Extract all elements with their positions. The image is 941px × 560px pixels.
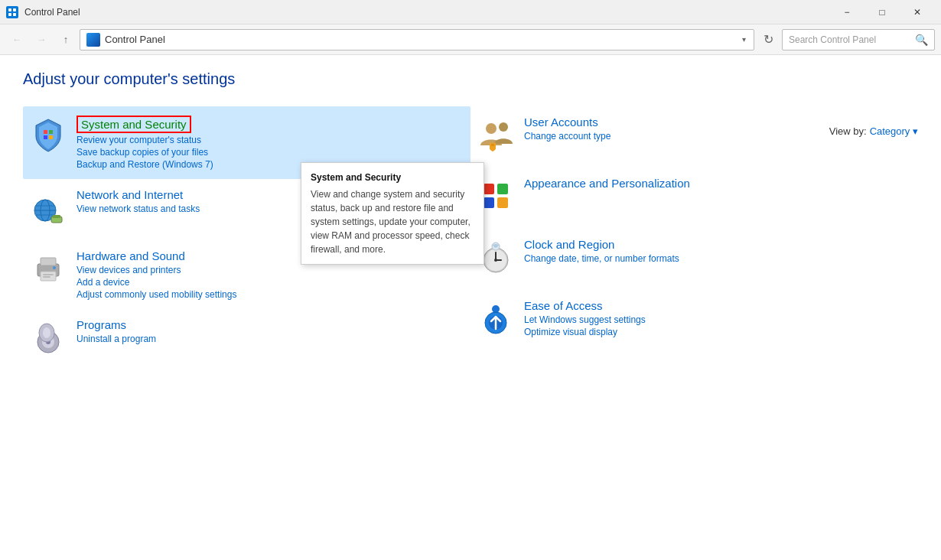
svg-rect-14 [53, 215, 60, 218]
svg-rect-16 [41, 258, 56, 265]
svg-rect-3 [13, 13, 16, 16]
titlebar-left: Control Panel [6, 6, 80, 18]
link-review-status[interactable]: Review your computer's status [77, 135, 464, 145]
svg-rect-19 [43, 276, 50, 278]
svg-point-25 [43, 327, 50, 338]
svg-rect-7 [49, 135, 53, 139]
network-title[interactable]: Network and Internet [77, 188, 183, 201]
hardware-icon [29, 249, 67, 288]
svg-point-27 [499, 122, 508, 132]
appearance-title[interactable]: Appearance and Personalization [524, 177, 690, 190]
cp-icon [86, 33, 100, 47]
svg-point-26 [486, 123, 497, 134]
titlebar: Control Panel − □ ✕ [0, 0, 941, 24]
user-accounts-icon [477, 116, 515, 154]
programs-icon [29, 318, 67, 357]
svg-point-37 [494, 259, 497, 262]
link-date-time[interactable]: Change date, time, or number formats [524, 253, 912, 264]
hardware-title[interactable]: Hardware and Sound [77, 249, 185, 262]
svg-rect-29 [484, 184, 494, 194]
clock-title[interactable]: Clock and Region [524, 238, 614, 251]
svg-rect-4 [44, 130, 47, 134]
link-add-device[interactable]: Add a device [77, 277, 464, 288]
link-save-backup[interactable]: Save backup copies of your files [77, 147, 464, 158]
addressbar: ← → ↑ Control Panel ▾ ↻ Search Control P… [0, 24, 941, 55]
link-change-account-type[interactable]: Change account type [524, 131, 912, 142]
main-content: Adjust your computer's settings View by:… [0, 55, 941, 560]
link-mobility-settings[interactable]: Adjust commonly used mobility settings [77, 289, 464, 300]
appearance-content: Appearance and Personalization [524, 177, 912, 190]
minimize-button[interactable]: − [829, 0, 864, 24]
svg-rect-31 [484, 197, 494, 208]
close-button[interactable]: ✕ [900, 0, 935, 24]
system-security-icon [29, 116, 67, 154]
maximize-button[interactable]: □ [864, 0, 900, 24]
category-ease: Ease of Access Let Windows suggest setti… [470, 290, 918, 351]
forward-button[interactable]: → [31, 29, 52, 50]
user-accounts-content: User Accounts Change account type [524, 116, 912, 142]
category-user-accounts: User Accounts Change account type [470, 106, 918, 168]
link-uninstall[interactable]: Uninstall a program [77, 334, 464, 344]
up-button[interactable]: ↑ [55, 29, 77, 50]
programs-title[interactable]: Programs [77, 318, 126, 331]
refresh-button[interactable]: ↻ [757, 29, 779, 50]
ease-content: Ease of Access Let Windows suggest setti… [524, 299, 912, 337]
tooltip: System and Security View and change syst… [301, 162, 484, 265]
page-title: Adjust your computer's settings [23, 70, 918, 88]
search-placeholder: Search Control Panel [789, 34, 876, 45]
link-devices-printers[interactable]: View devices and printers [77, 265, 464, 275]
tooltip-body: View and change system and security stat… [311, 187, 474, 256]
svg-rect-0 [8, 8, 11, 11]
svg-point-20 [53, 266, 56, 269]
window-controls: − □ ✕ [829, 0, 935, 24]
link-windows-suggest[interactable]: Let Windows suggest settings [524, 314, 912, 325]
breadcrumb-text: Control Panel [105, 34, 741, 45]
window-title: Control Panel [24, 7, 80, 18]
address-dropdown[interactable]: ▾ [741, 34, 747, 45]
programs-content: Programs Uninstall a program [77, 318, 464, 344]
back-button[interactable]: ← [6, 29, 28, 50]
search-icon: 🔍 [915, 34, 928, 46]
svg-rect-6 [44, 135, 47, 139]
clock-content: Clock and Region Change date, time, or n… [524, 238, 912, 264]
svg-rect-32 [497, 197, 508, 208]
svg-rect-2 [8, 13, 11, 16]
search-box[interactable]: Search Control Panel 🔍 [782, 29, 935, 50]
link-optimize-display[interactable]: Optimize visual display [524, 327, 912, 337]
address-box[interactable]: Control Panel ▾ [80, 29, 754, 50]
category-appearance: Appearance and Personalization [470, 168, 918, 229]
tooltip-title: System and Security [311, 171, 474, 184]
network-icon [29, 188, 67, 226]
system-security-title[interactable]: System and Security [77, 116, 191, 133]
svg-rect-18 [43, 274, 54, 275]
ease-title[interactable]: Ease of Access [524, 299, 603, 312]
category-clock: Clock and Region Change date, time, or n… [470, 229, 918, 290]
svg-rect-1 [13, 8, 16, 11]
svg-rect-30 [497, 184, 508, 194]
right-column: User Accounts Change account type A [470, 106, 918, 370]
user-accounts-title[interactable]: User Accounts [524, 116, 598, 129]
app-icon [6, 6, 18, 18]
svg-rect-5 [49, 130, 53, 134]
ease-icon [477, 299, 515, 337]
svg-rect-28 [491, 144, 494, 146]
category-programs: Programs Uninstall a program [23, 309, 470, 370]
